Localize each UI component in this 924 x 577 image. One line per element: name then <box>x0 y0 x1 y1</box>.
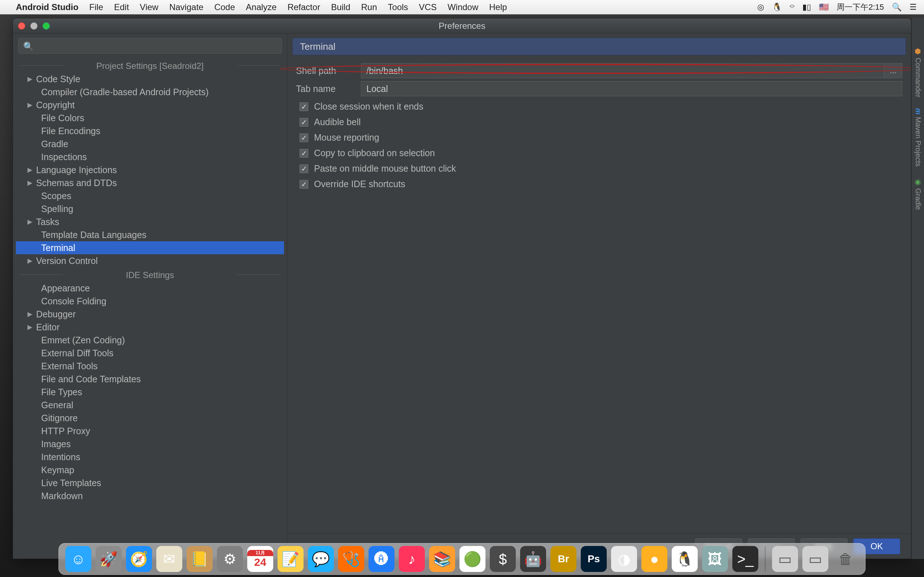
dock-app-androidstudio[interactable]: 🤖 <box>520 546 546 572</box>
dock-window2[interactable]: ▭ <box>802 546 828 572</box>
tree-item-markdown[interactable]: Markdown <box>16 489 284 502</box>
tool-tab-commander[interactable]: ⬢Commander <box>914 47 922 97</box>
tree-item-keymap[interactable]: Keymap <box>16 463 284 476</box>
tree-item-scopes[interactable]: Scopes <box>16 189 284 202</box>
tree-item-file-encodings[interactable]: File Encodings <box>16 124 284 137</box>
dock-app-bridge[interactable]: Br <box>551 546 577 572</box>
dock-app-messages[interactable]: 💬 <box>308 546 334 572</box>
tree-item-appearance[interactable]: Appearance <box>16 282 284 295</box>
macos-dock[interactable]: ☺🚀🧭✉📒⚙11月24📝💬🩺🅐♪📚🟢$🤖BrPs◑●🐧🖼>_▭▭🗑 <box>58 543 866 575</box>
tree-item-http-proxy[interactable]: HTTP Proxy <box>16 424 284 437</box>
dock-app-sysprefs[interactable]: ⚙ <box>217 546 243 572</box>
checkbox[interactable]: ✓ <box>300 134 308 142</box>
tree-item-general[interactable]: General <box>16 398 284 411</box>
tree-item-compiler-gradle-based-android-projects-[interactable]: Compiler (Gradle-based Android Projects) <box>16 85 284 98</box>
checkbox[interactable]: ✓ <box>300 180 308 189</box>
app-name[interactable]: Android Studio <box>16 2 78 12</box>
dock-app-chrome[interactable]: 🟢 <box>459 546 485 572</box>
tree-item-spelling[interactable]: Spelling <box>16 202 284 215</box>
tree-item-gradle[interactable]: Gradle <box>16 137 284 150</box>
tree-item-copyright[interactable]: ▶Copyright <box>16 98 284 111</box>
dock-app-ibooks[interactable]: 📚 <box>429 546 455 572</box>
tree-item-code-style[interactable]: ▶Code Style <box>16 73 284 85</box>
tree-item-tasks[interactable]: ▶Tasks <box>16 215 284 228</box>
dock-app-activity[interactable]: 🩺 <box>338 546 364 572</box>
dock-app-sublime[interactable]: $ <box>490 546 516 572</box>
checkbox-row[interactable]: ✓Override IDE shortcuts <box>300 179 902 189</box>
browse-shell-button[interactable]: ... <box>884 63 902 78</box>
menu-analyze[interactable]: Analyze <box>246 2 276 12</box>
status-icon-qq[interactable]: 🐧 <box>772 3 782 12</box>
tree-item-file-and-code-templates[interactable]: File and Code Templates <box>16 372 284 385</box>
dock-app-mail[interactable]: ✉ <box>156 546 182 572</box>
menu-build[interactable]: Build <box>331 2 350 12</box>
dock-app-notes[interactable]: 📝 <box>278 546 304 572</box>
dock-trash[interactable]: 🗑 <box>833 546 859 572</box>
tree-item-console-folding[interactable]: Console Folding <box>16 295 284 308</box>
tool-tab-maven[interactable]: mMaven Projects <box>914 108 922 167</box>
tree-item-version-control[interactable]: ▶Version Control <box>16 254 284 267</box>
tree-item-images[interactable]: Images <box>16 437 284 450</box>
checkbox[interactable]: ✓ <box>300 164 308 173</box>
dock-app-itunes[interactable]: ♪ <box>399 546 425 572</box>
status-icon-1[interactable]: ◎ <box>757 3 764 12</box>
tree-item-gitignore[interactable]: Gitignore <box>16 411 284 424</box>
clock[interactable]: 周一下午2:15 <box>837 2 884 13</box>
tree-item-template-data-languages[interactable]: Template Data Languages <box>16 228 284 241</box>
tree-item-schemas-and-dtds[interactable]: ▶Schemas and DTDs <box>16 176 284 189</box>
tree-item-terminal[interactable]: Terminal <box>16 241 284 254</box>
menu-code[interactable]: Code <box>215 2 235 12</box>
checkbox[interactable]: ✓ <box>300 102 308 111</box>
preferences-search-input[interactable] <box>18 38 282 54</box>
tab-name-input[interactable] <box>361 81 902 96</box>
tree-item-external-tools[interactable]: External Tools <box>16 359 284 372</box>
window-titlebar[interactable]: Preferences <box>13 18 911 34</box>
menu-refactor[interactable]: Refactor <box>287 2 320 12</box>
dock-app-photoshop[interactable]: Ps <box>581 546 607 572</box>
menu-help[interactable]: Help <box>489 2 507 12</box>
checkbox-row[interactable]: ✓Audible bell <box>300 117 902 127</box>
checkbox-row[interactable]: ✓Copy to clipboard on selection <box>300 148 902 158</box>
checkbox-row[interactable]: ✓Paste on middle mouse button click <box>300 163 902 174</box>
tree-item-language-injections[interactable]: ▶Language Injections <box>16 163 284 176</box>
checkbox-row[interactable]: ✓Mouse reporting <box>300 132 902 143</box>
menu-file[interactable]: File <box>89 2 103 12</box>
checkbox[interactable]: ✓ <box>300 118 308 127</box>
dock-app-safari[interactable]: 🧭 <box>126 546 152 572</box>
tree-item-file-types[interactable]: File Types <box>16 385 284 398</box>
spotlight-icon[interactable]: 🔍 <box>892 3 901 12</box>
tool-tab-gradle[interactable]: ◉Gradle <box>914 177 922 210</box>
tree-item-inspections[interactable]: Inspections <box>16 150 284 163</box>
menu-run[interactable]: Run <box>361 2 377 12</box>
flag-icon[interactable]: 🇺🇸 <box>819 3 829 12</box>
menu-edit[interactable]: Edit <box>114 2 129 12</box>
menu-view[interactable]: View <box>140 2 158 12</box>
dock-app-eclipse[interactable]: ◑ <box>611 546 637 572</box>
dock-app-qq[interactable]: 🐧 <box>672 546 698 572</box>
checkbox[interactable]: ✓ <box>300 149 308 158</box>
dock-app-photos[interactable]: 🖼 <box>702 546 728 572</box>
tree-item-live-templates[interactable]: Live Templates <box>16 476 284 489</box>
dock-app-app2[interactable]: ● <box>641 546 667 572</box>
menu-tools[interactable]: Tools <box>388 2 408 12</box>
dock-app-terminal[interactable]: >_ <box>732 546 758 572</box>
menu-navigate[interactable]: Navigate <box>169 2 204 12</box>
dock-app-launchpad[interactable]: 🚀 <box>96 546 122 572</box>
dock-app-contacts[interactable]: 📒 <box>187 546 213 572</box>
battery-icon[interactable]: ▮▯ <box>802 3 811 12</box>
dock-app-appstore[interactable]: 🅐 <box>368 546 394 572</box>
tree-item-emmet-zen-coding-[interactable]: Emmet (Zen Coding) <box>16 334 284 347</box>
tree-item-external-diff-tools[interactable]: External Diff Tools <box>16 347 284 359</box>
tree-item-editor[interactable]: ▶Editor <box>16 321 284 334</box>
menu-window[interactable]: Window <box>447 2 478 12</box>
tree-item-intentions[interactable]: Intentions <box>16 450 284 463</box>
menu-vcs[interactable]: VCS <box>419 2 437 12</box>
shell-path-input[interactable] <box>361 63 884 78</box>
tree-item-debugger[interactable]: ▶Debugger <box>16 308 284 321</box>
dock-app-calendar[interactable]: 11月24 <box>247 546 273 572</box>
checkbox-row[interactable]: ✓Close session when it ends <box>300 102 902 112</box>
dock-window1[interactable]: ▭ <box>772 546 798 572</box>
preferences-tree[interactable]: Project Settings [Seadroid2]▶Code StyleC… <box>13 58 287 559</box>
wifi-icon[interactable]: ⌔ <box>790 3 795 12</box>
tree-item-file-colors[interactable]: File Colors <box>16 111 284 124</box>
